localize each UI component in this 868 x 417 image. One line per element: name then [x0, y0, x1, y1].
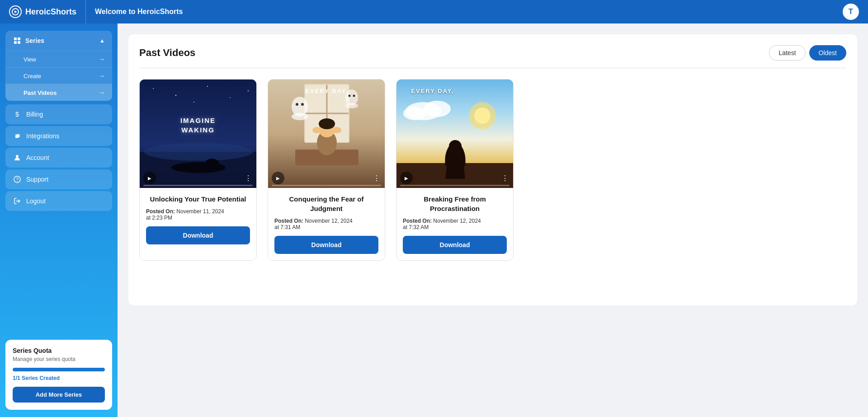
svg-text:EVERY DAY,: EVERY DAY, — [305, 88, 348, 94]
arrow-icon: → — [99, 72, 105, 80]
sort-oldest-button[interactable]: Oldest — [809, 45, 846, 61]
svg-point-33 — [353, 95, 355, 97]
play-button[interactable]: ▶ — [143, 172, 156, 184]
svg-rect-4 — [14, 41, 17, 44]
svg-point-31 — [345, 103, 358, 108]
gear-icon — [13, 131, 22, 141]
svg-rect-5 — [18, 41, 20, 44]
sidebar: Series ▲ View → Create → Past Videos → $ — [0, 23, 118, 417]
sidebar-spacer — [5, 213, 112, 334]
video-info: Unlocking Your True Potential Posted On:… — [140, 188, 256, 251]
svg-point-39 — [332, 127, 341, 133]
svg-point-46 — [403, 107, 426, 120]
download-button[interactable]: Download — [146, 226, 250, 244]
play-button[interactable]: ▶ — [400, 172, 413, 184]
svg-point-7 — [16, 155, 19, 158]
more-options-icon[interactable]: ⋮ — [373, 174, 381, 183]
sidebar-item-support[interactable]: ? Support — [5, 169, 112, 189]
main-content: Past Videos Latest Oldest — [118, 23, 868, 417]
svg-point-11 — [153, 88, 154, 89]
person-icon — [13, 153, 22, 162]
question-icon: ? — [13, 175, 22, 184]
sidebar-series-header[interactable]: Series ▲ — [5, 31, 112, 51]
video-title: Conquering the Fear of Judgment — [274, 194, 378, 213]
sidebar-item-account[interactable]: Account — [5, 148, 112, 168]
chevron-up-icon: ▲ — [99, 37, 105, 44]
quota-desc: Manage your series quota — [13, 356, 105, 362]
svg-point-20 — [205, 159, 219, 168]
add-more-series-button[interactable]: Add More Series — [13, 387, 105, 403]
layout: Series ▲ View → Create → Past Videos → $ — [0, 23, 868, 417]
more-options-icon[interactable]: ⋮ — [245, 174, 253, 183]
svg-point-48 — [449, 140, 462, 153]
quota-card: Series Quota Manage your series quota 1/… — [5, 340, 112, 410]
logout-icon — [13, 197, 22, 206]
video-title: Breaking Free from Procrastination — [403, 194, 507, 213]
user-avatar[interactable]: T — [843, 4, 859, 20]
video-card: EVERY DAY, ▶ ⋮ Conquering the Fear of Ju… — [268, 79, 385, 261]
video-controls: ▶ ⋮ — [400, 172, 509, 184]
video-info: Breaking Free from Procrastination Poste… — [396, 188, 513, 260]
video-date: Posted On: November 12, 2024 at 7:31 AM — [274, 218, 378, 230]
quota-label: 1/1 Series Created — [13, 375, 105, 381]
sort-latest-button[interactable]: Latest — [769, 45, 805, 61]
quota-progress-bar — [13, 368, 105, 371]
sidebar-item-billing[interactable]: $ Billing — [5, 104, 112, 124]
svg-text:$: $ — [15, 111, 19, 118]
video-title: Unlocking Your True Potential — [146, 194, 250, 204]
svg-point-43 — [474, 108, 491, 124]
download-button[interactable]: Download — [274, 236, 378, 254]
sidebar-series-section: Series ▲ View → Create → Past Videos → — [5, 31, 112, 101]
sidebar-item-view[interactable]: View → — [5, 51, 112, 67]
video-thumbnail: EVERY DAY, ▶ ⋮ — [396, 80, 513, 188]
quota-title: Series Quota — [13, 347, 105, 354]
sidebar-series-label: Series — [25, 37, 44, 44]
svg-point-12 — [175, 95, 177, 96]
video-info: Conquering the Fear of Judgment Posted O… — [268, 188, 385, 260]
svg-point-15 — [248, 90, 249, 92]
sort-buttons: Latest Oldest — [769, 45, 846, 61]
topbar-divider — [85, 0, 86, 23]
page-title: Past Videos — [139, 47, 195, 59]
svg-text:?: ? — [16, 177, 19, 182]
play-button[interactable]: ▶ — [272, 172, 284, 184]
svg-point-37 — [319, 118, 335, 129]
video-controls: ▶ ⋮ — [143, 172, 253, 184]
svg-point-29 — [301, 103, 304, 106]
video-controls: ▶ ⋮ — [272, 172, 381, 184]
video-date: Posted On: November 11, 2024 at 2:23 PM — [146, 208, 250, 221]
arrow-icon: → — [99, 89, 105, 96]
dollar-icon: $ — [13, 110, 22, 119]
progress-bar — [143, 185, 253, 186]
video-card: IMAGINE WAKING ▶ ⋮ Unlocking Your True P… — [139, 79, 257, 261]
topbar: HeroicShorts Welcome to HeroicShorts T — [0, 0, 868, 23]
svg-point-45 — [424, 101, 451, 117]
svg-point-18 — [144, 143, 253, 161]
svg-point-32 — [349, 95, 351, 97]
video-thumbnail: IMAGINE WAKING ▶ ⋮ — [140, 80, 256, 188]
svg-rect-3 — [18, 37, 20, 40]
svg-point-13 — [207, 86, 208, 87]
quota-bar-fill — [13, 368, 105, 371]
topbar-welcome: Welcome to HeroicShorts — [95, 8, 183, 16]
sidebar-item-logout[interactable]: Logout — [5, 191, 112, 211]
video-card: EVERY DAY, ▶ ⋮ Breaking Free from Procra… — [396, 79, 514, 261]
svg-point-16 — [193, 102, 194, 103]
svg-text:EVERY DAY,: EVERY DAY, — [411, 88, 454, 94]
content-card: Past Videos Latest Oldest — [128, 34, 857, 305]
sidebar-item-create[interactable]: Create → — [5, 67, 112, 84]
sidebar-item-integrations[interactable]: Integrations — [5, 126, 112, 146]
svg-marker-1 — [14, 10, 17, 13]
svg-rect-2 — [14, 37, 17, 40]
more-options-icon[interactable]: ⋮ — [501, 174, 509, 183]
video-date: Posted On: November 12, 2024 at 7:32 AM — [403, 218, 507, 230]
app-name: HeroicShorts — [25, 7, 76, 17]
svg-point-38 — [312, 127, 321, 133]
app-logo: HeroicShorts — [9, 5, 76, 18]
sidebar-item-past-videos[interactable]: Past Videos → — [5, 84, 112, 101]
progress-bar — [272, 185, 381, 186]
download-button[interactable]: Download — [403, 236, 507, 254]
content-header: Past Videos Latest Oldest — [139, 45, 846, 68]
svg-point-28 — [296, 103, 298, 106]
arrow-icon: → — [99, 56, 105, 63]
